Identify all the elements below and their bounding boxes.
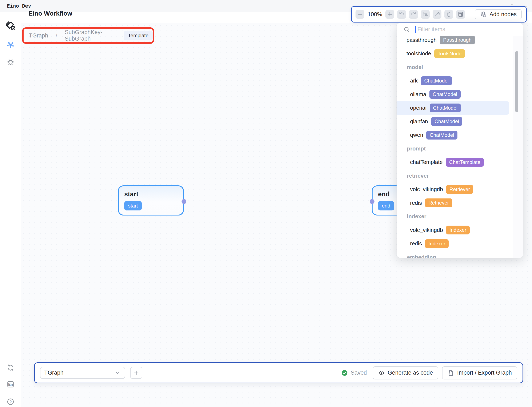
node-item-badge: Retriever (446, 185, 473, 194)
eino-logo (5, 20, 16, 31)
generate-as-code-label: Generate as code (388, 369, 433, 376)
node-item-badge: ChatModel (430, 103, 461, 112)
node-list-item[interactable]: qwenChatModel (397, 128, 509, 142)
add-graph-button[interactable] (130, 367, 142, 379)
code-icon (378, 369, 385, 376)
minimap-icon[interactable] (456, 10, 465, 19)
start-node[interactable]: start start (118, 185, 184, 216)
node-item-badge: ChatTemplate (446, 158, 484, 167)
node-list-item[interactable]: qianfanChatModel (397, 115, 509, 128)
auto-layout-icon[interactable] (421, 10, 430, 19)
node-list-item[interactable]: redisIndexer (397, 237, 509, 251)
node-item-badge: Indexer (425, 239, 449, 248)
node-list-item[interactable]: passthroughPassthrough (397, 36, 509, 47)
node-list-item[interactable]: chatTemplateChatTemplate (397, 156, 509, 169)
help-icon[interactable]: ? (6, 398, 15, 406)
node-item-badge: Passthrough (440, 36, 475, 44)
start-node-title: start (124, 190, 177, 198)
node-list-viewport: passthroughPassthroughtoolsNodeToolsNode… (397, 36, 513, 258)
node-list-item[interactable]: openaiChatModel (397, 101, 509, 115)
magic-wand-icon[interactable] (433, 10, 442, 19)
node-list-section: model (397, 60, 509, 74)
language-label: En (8, 382, 13, 387)
search-icon (403, 26, 410, 33)
add-nodes-label: Add nodes (490, 11, 517, 18)
import-export-graph-button[interactable]: Import / Export Graph (442, 366, 517, 379)
document-icon (448, 369, 454, 376)
breadcrumb-separator: / (56, 33, 57, 39)
node-list-item[interactable]: volc_vikingdbRetriever (397, 183, 509, 196)
node-item-name: qwen (410, 132, 423, 138)
help-label: ? (9, 400, 12, 404)
node-item-name: chatTemplate (410, 159, 443, 165)
start-node-output-port[interactable] (182, 199, 186, 204)
workflow-icon[interactable] (6, 41, 15, 49)
zoom-level: 100% (367, 11, 382, 18)
node-list-section: retriever (397, 169, 509, 183)
filter-search-row (397, 23, 523, 36)
eino-dev-window: Eino Dev (0, 0, 532, 407)
node-list-item[interactable]: toolsNodeToolsNode (397, 47, 509, 61)
mouse-icon[interactable] (444, 10, 453, 19)
layers-plus-icon (480, 11, 487, 18)
node-item-badge: ChatModel (421, 76, 452, 85)
scrollbar-thumb[interactable] (515, 51, 518, 112)
node-item-badge: ChatModel (429, 90, 461, 99)
node-list-item[interactable]: arkChatModel (397, 74, 509, 88)
node-list: passthroughPassthroughtoolsNodeToolsNode… (397, 36, 513, 258)
undo-icon[interactable] (397, 10, 406, 19)
end-node-badge: end (378, 201, 394, 211)
canvas-toolbar: 100% (351, 6, 527, 23)
template-badge: Template (124, 31, 153, 40)
node-item-name: openai (410, 105, 427, 111)
node-item-name: redis (410, 200, 422, 206)
filter-items-input[interactable] (417, 26, 498, 33)
page-title: Eino Workflow (28, 10, 72, 17)
redo-icon[interactable] (409, 10, 418, 19)
node-list-section: prompt (397, 142, 509, 156)
node-item-badge: Retriever (425, 198, 452, 207)
toolbar-divider (470, 10, 470, 18)
end-node-input-port[interactable] (370, 199, 374, 204)
node-item-name: volc_vikingdb (410, 186, 443, 193)
breadcrumb-current[interactable]: SubGraphKey-SubGraph (65, 29, 119, 42)
zoom-out-icon[interactable] (355, 10, 364, 19)
save-status: Saved (341, 369, 367, 376)
add-nodes-panel: passthroughPassthroughtoolsNodeToolsNode… (397, 23, 523, 258)
add-nodes-button[interactable]: Add nodes (475, 9, 522, 19)
node-list-item[interactable]: ollamaChatModel (397, 87, 509, 101)
node-list-section: indexer (397, 210, 509, 224)
node-list-item[interactable]: redisRetriever (397, 196, 509, 210)
node-item-badge: ChatModel (426, 131, 458, 140)
start-node-badge: start (124, 201, 142, 211)
language-icon[interactable]: En (6, 380, 15, 389)
app-title: Eino Dev (7, 3, 31, 9)
node-item-name: redis (410, 240, 422, 247)
node-item-name: passthrough (406, 37, 437, 43)
import-export-graph-label: Import / Export Graph (457, 369, 512, 376)
sidebar: En ? (0, 12, 21, 407)
node-item-name: toolsNode (406, 50, 431, 57)
chevron-down-icon (115, 370, 121, 376)
node-item-badge: ChatModel (431, 117, 462, 126)
generate-as-code-button[interactable]: Generate as code (373, 366, 438, 379)
breadcrumb-annotation-box: TGraph / SubGraphKey-SubGraph Template (22, 27, 154, 44)
node-item-badge: Indexer (446, 226, 470, 235)
graph-select-value: TGraph (44, 369, 64, 376)
graph-select[interactable]: TGraph (40, 367, 125, 379)
refresh-icon[interactable] (6, 363, 15, 372)
text-caret (415, 26, 416, 33)
node-item-badge: ToolsNode (434, 49, 465, 58)
save-status-label: Saved (351, 369, 367, 376)
breadcrumb-root[interactable]: TGraph (29, 32, 48, 39)
check-circle-icon (341, 369, 348, 376)
node-list-item[interactable]: volc_vikingdbIndexer (397, 223, 509, 237)
node-item-name: ark (410, 78, 418, 84)
graph-bottom-bar: TGraph Saved Generate as code (34, 362, 523, 383)
zoom-in-icon[interactable] (385, 10, 394, 19)
scrollbar-track[interactable] (513, 36, 523, 258)
debug-icon[interactable] (6, 58, 15, 66)
node-item-name: volc_vikingdb (410, 227, 443, 233)
node-item-name: ollama (410, 91, 426, 98)
node-list-section: embedding (397, 250, 509, 258)
